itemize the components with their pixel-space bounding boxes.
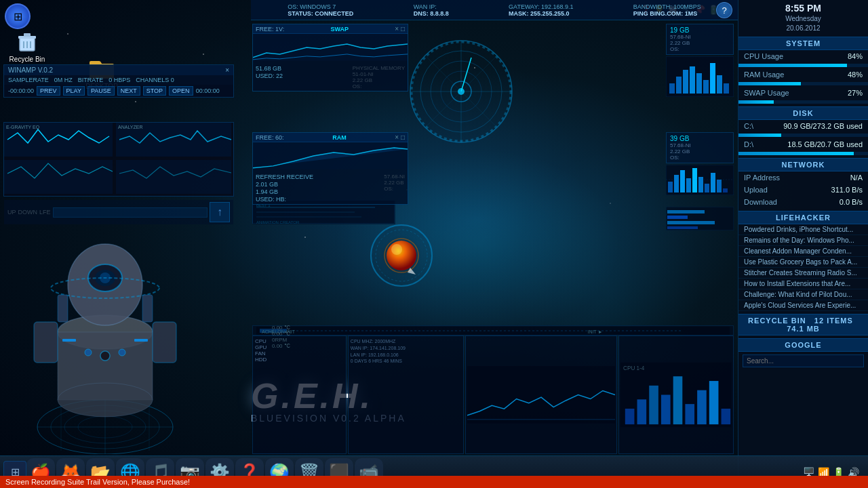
mp-next-btn[interactable]: NEXT bbox=[117, 86, 140, 96]
swap-close[interactable]: × □ bbox=[395, 25, 405, 33]
mid-stat-block: CPU MHZ: 2000MHZ WAN IP: 174.141.208.109… bbox=[348, 336, 465, 454]
gateway-key: GATEWAY: 192.168.9.1 bbox=[509, 3, 573, 10]
download-row: Download 0.0 B/s bbox=[738, 196, 868, 208]
recycle-bin-label: Recycle Bin bbox=[9, 56, 45, 63]
svg-rect-37 bbox=[667, 210, 705, 214]
svg-rect-30 bbox=[698, 177, 703, 192]
mp-controls: -00:00:00 PREV PLAY PAUSE NEXT STOP OPEN… bbox=[4, 85, 233, 97]
download-label: Download bbox=[744, 198, 777, 206]
right-graph-block bbox=[465, 336, 617, 454]
cpu-bar-fill bbox=[738, 64, 847, 67]
mp-up-label: UP bbox=[7, 209, 16, 216]
lh-item-1[interactable]: Remains of the Day: Windows Pho... bbox=[738, 235, 868, 246]
svg-rect-22 bbox=[724, 83, 729, 94]
mp-hbps: 0 HBPS bbox=[108, 77, 130, 83]
wan-key: WAN IP: bbox=[414, 3, 437, 10]
lh-item-7[interactable]: Apple's Cloud Services Are Experie... bbox=[738, 300, 868, 311]
stat-box-1: 19 GB 57.68-NI2.22 GBOS: bbox=[666, 24, 734, 55]
mp-pause-btn[interactable]: PAUSE bbox=[87, 86, 115, 96]
stat-values: 0.00 ℃ 0.00 ℃ 0RPM 0.00 ℃ bbox=[272, 325, 290, 349]
ram-stats: REFRESH RECEIVE 2.01 GB 1.94 GB USED: HB… bbox=[253, 172, 408, 204]
svg-rect-20 bbox=[710, 63, 715, 94]
mp-down-label: DOWN bbox=[18, 209, 38, 216]
svg-rect-75 bbox=[637, 399, 647, 424]
upload-label: Upload bbox=[744, 186, 768, 194]
ip-value: N/A bbox=[850, 174, 863, 182]
disk-d-bar-bg bbox=[738, 152, 868, 155]
os-status: STATUS: CONNECTED bbox=[288, 10, 353, 17]
mp-close[interactable]: × bbox=[225, 66, 229, 74]
svg-rect-27 bbox=[680, 170, 685, 192]
help-button[interactable]: ? bbox=[716, 2, 732, 18]
ip-label: IP Address bbox=[744, 174, 780, 182]
ram-bar-fill bbox=[738, 82, 801, 85]
ram-bar-chart bbox=[666, 165, 734, 195]
mp-progress-bar[interactable] bbox=[53, 207, 208, 218]
disk-d-label: D:\ bbox=[744, 140, 753, 148]
lh-item-0[interactable]: Powdered Drinks, iPhone Shortcut... bbox=[738, 224, 868, 235]
google-search-area bbox=[738, 352, 868, 370]
upload-value: 311.0 B/s bbox=[831, 186, 863, 194]
ram-close[interactable]: × □ bbox=[395, 134, 405, 141]
warning-light-widget bbox=[370, 224, 434, 288]
svg-rect-32 bbox=[711, 173, 715, 192]
mask-val: MASK: 255.255.255.0 bbox=[509, 10, 570, 17]
left-stat-block: CPU GPU FAN HDD 0.00 ℃ 0.00 ℃ 0RPM 0.00 … bbox=[252, 336, 347, 454]
start-area: ⊞ bbox=[3, 24, 31, 51]
warning-orb-svg bbox=[370, 224, 434, 288]
svg-rect-8 bbox=[4, 160, 113, 194]
disk-c-row: C:\ 90.9 GB/273.2 GB used bbox=[738, 120, 868, 132]
lh-item-2[interactable]: Cleanest Addon Manager Conden... bbox=[738, 246, 868, 257]
mp-channels: CHANNELS 0 bbox=[136, 77, 174, 83]
cpu-bar-bg bbox=[738, 64, 868, 67]
ram-right-stats: 39 GB 57.68-NI2.22 GBOS: bbox=[666, 132, 734, 195]
status-notification-bar: Screen Recording Suite Trail Version, Pl… bbox=[0, 476, 868, 488]
swap-bar-bg bbox=[738, 100, 868, 104]
mp-up-button[interactable]: ↑ bbox=[210, 202, 230, 222]
mp-hz: 0M HZ bbox=[54, 77, 73, 83]
ram-title-bar: FREE: 60: RAM × □ bbox=[253, 133, 408, 142]
os-key: OS: WINDOWS 7 bbox=[288, 3, 336, 10]
swap-label: SWAP Usage bbox=[744, 89, 789, 97]
svg-rect-71 bbox=[467, 366, 615, 424]
svg-rect-39 bbox=[667, 221, 715, 224]
ram-stat-box: 39 GB 57.68-NI2.22 GBOS: bbox=[666, 132, 734, 163]
mid-stat-text: CPU MHZ: 2000MHZ WAN IP: 174.141.208.109… bbox=[351, 338, 462, 365]
lh-item-5[interactable]: How to Install Extensions that Are... bbox=[738, 279, 868, 289]
svg-rect-77 bbox=[661, 395, 671, 425]
svg-rect-28 bbox=[686, 178, 691, 192]
lh-item-4[interactable]: Stitcher Creates Streaming Radio S... bbox=[738, 268, 868, 279]
system-section-title: SYSTEM bbox=[738, 37, 868, 50]
lh-item-6[interactable]: Challenge: What Kind of Pilot Dou... bbox=[738, 289, 868, 300]
svg-rect-18 bbox=[696, 73, 702, 94]
ram-bar-bg bbox=[738, 82, 868, 85]
lh-item-3[interactable]: Use Plastic Grocery Bags to Pack A... bbox=[738, 257, 868, 268]
start-button[interactable]: ⊞ bbox=[5, 3, 31, 29]
svg-text:E-GRAVITY EQ: E-GRAVITY EQ bbox=[6, 125, 40, 130]
swap-widget: FREE: 1V: SWAP × □ 51.68 GB USED: 22 PHY… bbox=[252, 24, 408, 92]
download-value: 0.0 B/s bbox=[840, 198, 863, 206]
svg-rect-21 bbox=[717, 75, 722, 94]
mp-play-btn[interactable]: PLAY bbox=[63, 86, 85, 96]
swap-value: 27% bbox=[848, 89, 863, 97]
network-section-title: NETWORK bbox=[738, 158, 868, 171]
recycle-bin-section-title: RECYCLE BIN 12 items 74.1 MB bbox=[738, 314, 868, 336]
cpu-row: CPU Usage 84% bbox=[738, 50, 868, 62]
ram-label: RAM bbox=[332, 134, 347, 141]
mp-stop-btn[interactable]: STOP bbox=[143, 86, 166, 96]
swap-label: SWAP bbox=[331, 26, 349, 33]
svg-rect-15 bbox=[676, 77, 682, 94]
svg-point-56 bbox=[387, 241, 416, 270]
svg-rect-34 bbox=[723, 188, 728, 192]
bandwidth-info: BANDWIDTH: 100MBPS PING BING.COM: 1MS bbox=[633, 3, 701, 17]
mp-prev-btn[interactable]: PREV bbox=[37, 86, 60, 96]
google-search-input[interactable] bbox=[743, 354, 864, 367]
ram-widget: FREE: 60: RAM × □ REFRESH RECEIVE 2.01 G… bbox=[252, 132, 408, 205]
waveform-area: E-GRAVITY EQ ANALYZER UP DOWN LFE ↑ bbox=[3, 122, 234, 197]
svg-rect-9 bbox=[116, 160, 231, 194]
progress-bars-area bbox=[666, 207, 734, 233]
mp-open-btn[interactable]: OPEN bbox=[169, 86, 193, 96]
svg-text:ANALYZER: ANALYZER bbox=[118, 125, 142, 129]
mp-bitrate: BITRATE bbox=[78, 77, 103, 83]
mp-samplerate: SAMPLERATE bbox=[8, 77, 49, 83]
